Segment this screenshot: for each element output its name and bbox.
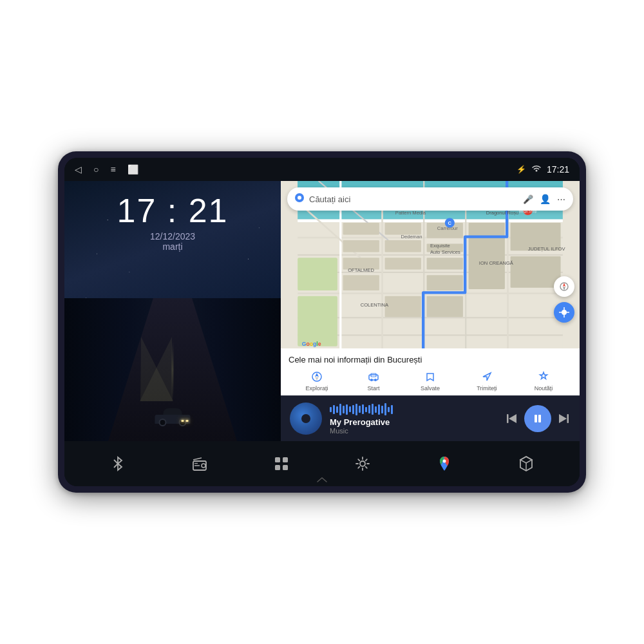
waveform-bar <box>384 403 386 415</box>
waveform-bar <box>381 406 383 413</box>
more-icon[interactable]: ⋯ <box>557 194 565 204</box>
svg-rect-32 <box>427 296 463 317</box>
svg-rect-26 <box>427 258 463 269</box>
maps-pin-icon <box>295 193 304 205</box>
start-icon <box>366 370 381 384</box>
status-indicators: ⚡ 17:21 <box>516 164 569 175</box>
svg-rect-23 <box>385 258 421 269</box>
saved-label: Salvate <box>421 385 440 392</box>
map-section[interactable]: Pattern Media Carrefour Dragonul Roșu De… <box>281 181 580 348</box>
map-action-send[interactable]: Trimiteți <box>459 370 515 392</box>
waveform-bar <box>339 404 341 415</box>
clock-day: marți <box>117 242 228 252</box>
car-body <box>155 415 191 424</box>
svg-point-65 <box>374 379 377 381</box>
screen: ◁ ○ ≡ ⬜ ⚡ 17:21 17 : 21 12/12/2023 <box>64 158 580 486</box>
dock-item-settings[interactable] <box>346 448 379 480</box>
send-icon <box>480 370 494 384</box>
svg-rect-63 <box>369 375 378 380</box>
dock-item-assistant[interactable] <box>510 448 542 480</box>
svg-rect-83 <box>275 465 280 470</box>
music-prev-button[interactable] <box>505 412 518 425</box>
svg-point-77 <box>202 464 205 468</box>
dock-chevron-icon[interactable] <box>316 476 328 485</box>
waveform-bar <box>346 404 348 415</box>
svg-rect-20 <box>343 275 379 290</box>
svg-rect-81 <box>275 457 280 462</box>
bottom-dock <box>64 441 580 486</box>
map-action-buttons: Explorați Start Salvate <box>289 370 572 392</box>
svg-text:Auto Services: Auto Services <box>430 249 460 255</box>
map-location-button[interactable] <box>554 302 574 323</box>
voice-search-icon[interactable]: 🎤 <box>523 194 533 204</box>
map-action-start[interactable]: Start <box>345 370 402 392</box>
svg-text:COLENTINA: COLENTINA <box>361 302 389 308</box>
svg-text:Exquisite: Exquisite <box>430 243 450 249</box>
dock-item-bluetooth[interactable] <box>102 448 134 480</box>
music-next-button[interactable] <box>558 412 571 425</box>
svg-text:JUDEȚUL ILFOV: JUDEȚUL ILFOV <box>528 246 566 252</box>
svg-rect-8 <box>298 317 563 318</box>
svg-rect-17 <box>343 223 379 234</box>
svg-rect-11 <box>381 209 383 348</box>
waveform-bar <box>378 404 380 415</box>
map-action-explore[interactable]: Explorați <box>289 370 345 392</box>
bluetooth-status-icon: ⚡ <box>516 165 526 174</box>
music-play-pause-button[interactable] <box>524 405 551 432</box>
saved-icon <box>423 370 437 384</box>
map-action-news[interactable]: Noutăți <box>515 370 572 392</box>
waveform-bar <box>330 407 332 412</box>
waveform-bar <box>365 407 367 412</box>
waveform-bar <box>352 405 354 414</box>
wifi-icon <box>531 165 542 175</box>
svg-rect-69 <box>535 415 537 422</box>
map-search-bar[interactable]: Căutați aici 🎤 👤 ⋯ <box>287 187 573 211</box>
svg-text:Dedeman: Dedeman <box>401 234 422 240</box>
main-content: 17 : 21 12/12/2023 marți <box>64 181 580 441</box>
car-wheel-left <box>159 419 167 426</box>
back-icon[interactable]: ◁ <box>75 164 82 175</box>
svg-rect-31 <box>385 296 421 317</box>
map-compass-button[interactable] <box>554 276 574 297</box>
svg-text:C: C <box>448 220 452 226</box>
account-icon[interactable]: 👤 <box>540 194 551 204</box>
svg-text:ION CREANGĂ: ION CREANGĂ <box>479 260 514 266</box>
dock-item-google-maps[interactable] <box>428 448 460 480</box>
svg-rect-3 <box>298 220 563 222</box>
music-subtitle: Music <box>330 427 497 435</box>
send-label: Trimiteți <box>477 385 497 392</box>
dock-item-radio[interactable] <box>184 448 216 480</box>
svg-point-55 <box>562 310 567 315</box>
headlight-1 <box>182 420 184 422</box>
home-icon[interactable]: ○ <box>93 164 99 175</box>
waveform-bar <box>333 405 335 414</box>
waveform-bar <box>349 406 351 412</box>
dock-item-apps[interactable] <box>265 448 298 480</box>
svg-rect-34 <box>298 296 337 346</box>
map-action-saved[interactable]: Salvate <box>402 370 459 392</box>
svg-point-85 <box>360 461 365 466</box>
svg-marker-61 <box>315 373 319 377</box>
waveform-bar <box>355 404 357 415</box>
svg-rect-27 <box>427 275 463 290</box>
clock-display: 17 : 21 12/12/2023 marți <box>117 194 228 252</box>
waveform-bar <box>375 406 377 413</box>
map-info-strip: Cele mai noi informații din București Ex… <box>281 348 580 395</box>
svg-point-51 <box>298 196 301 200</box>
menu-icon[interactable]: ≡ <box>110 164 115 175</box>
explore-label: Explorați <box>305 385 328 392</box>
screenshot-icon[interactable]: ⬜ <box>128 164 138 175</box>
album-art-center <box>301 414 310 423</box>
start-label: Start <box>367 385 379 392</box>
left-panel: 17 : 21 12/12/2023 marți <box>64 181 281 441</box>
svg-point-64 <box>370 379 373 381</box>
waveform-bar <box>362 404 364 414</box>
headlight-2 <box>186 420 189 422</box>
svg-point-86 <box>442 460 446 463</box>
music-controls <box>505 405 571 432</box>
svg-line-80 <box>193 458 202 460</box>
svg-marker-62 <box>315 377 319 381</box>
clock-time: 17 : 21 <box>117 194 228 227</box>
map-search-placeholder: Căutați aici <box>309 194 518 204</box>
waveform-bar <box>368 405 370 413</box>
